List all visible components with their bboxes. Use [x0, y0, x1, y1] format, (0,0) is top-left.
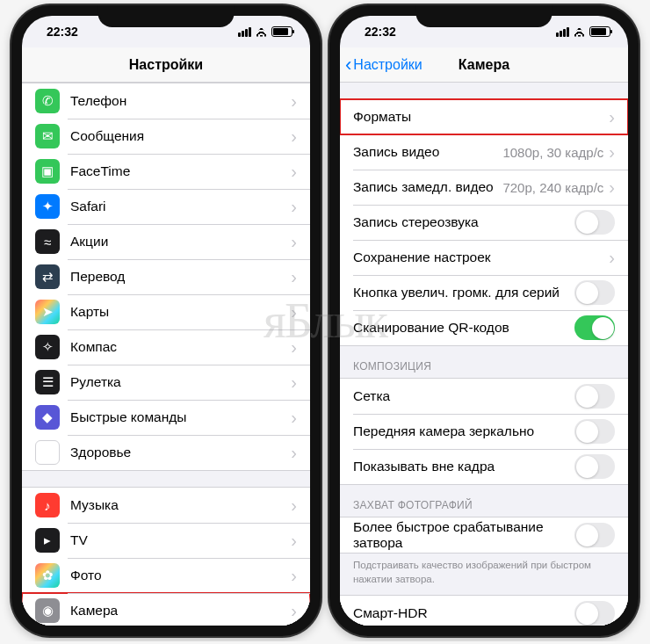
- settings-row-phone-icon[interactable]: ✆Телефон›: [22, 83, 310, 119]
- settings-row-measure-icon[interactable]: ☰Рулетка›: [22, 365, 310, 400]
- status-time: 22:32: [40, 25, 78, 39]
- settings-row-compass-icon[interactable]: ✧Компас›: [22, 329, 310, 365]
- setting-row[interactable]: Сохранение настроек›: [340, 240, 628, 275]
- settings-list[interactable]: ✆Телефон›✉Сообщения›▣FaceTime›✦Safari›≈А…: [22, 83, 310, 626]
- toggle-switch[interactable]: [574, 315, 615, 340]
- toggle-switch[interactable]: [574, 280, 615, 305]
- screen-right: 22:32 ‹ Настройки Камера Форматы›Запись …: [340, 16, 628, 626]
- settings-group-1: ✆Телефон›✉Сообщения›▣FaceTime›✦Safari›≈А…: [22, 83, 310, 471]
- chevron-right-icon: ›: [291, 233, 297, 250]
- setting-row[interactable]: Передняя камера зеркально: [340, 414, 628, 449]
- photos-icon: ✿: [35, 563, 60, 588]
- setting-row[interactable]: Показывать вне кадра: [340, 449, 628, 484]
- settings-row-health-icon[interactable]: ♥Здоровье›: [22, 435, 310, 470]
- camera-group-composition: СеткаПередняя камера зеркальноПоказывать…: [340, 378, 628, 485]
- camera-settings-list[interactable]: Форматы›Запись видео1080p, 30 кадр/с›Зап…: [340, 83, 628, 626]
- phone-frame-left: 22:32 Настройки ✆Телефон›✉Сообщения›▣Fac…: [11, 5, 321, 636]
- safari-icon: ✦: [35, 194, 60, 219]
- toggle-switch[interactable]: [574, 523, 615, 547]
- toggle-switch[interactable]: [574, 601, 615, 626]
- setting-row[interactable]: Сканирование QR-кодов: [340, 310, 628, 345]
- row-label: Карты: [70, 304, 291, 320]
- chevron-right-icon: ›: [291, 532, 297, 549]
- health-icon: ♥: [35, 440, 60, 465]
- chevron-right-icon: ›: [291, 338, 297, 356]
- settings-row-stocks-icon[interactable]: ≈Акции›: [22, 224, 310, 259]
- setting-row[interactable]: Смарт-HDR: [340, 596, 628, 626]
- row-detail: 1080p, 30 кадр/с: [502, 145, 603, 160]
- back-button[interactable]: ‹ Настройки: [345, 55, 422, 75]
- toggle-switch[interactable]: [574, 454, 615, 479]
- chevron-left-icon: ‹: [345, 55, 351, 75]
- compass-icon: ✧: [35, 335, 60, 359]
- cellular-icon: [556, 27, 569, 37]
- chevron-right-icon: ›: [291, 567, 297, 584]
- translate-icon: ⇄: [35, 264, 60, 289]
- settings-group-2: ♪Музыка›▸TV›✿Фото›◉Камера›▥Книги›●Game C…: [22, 487, 310, 626]
- cellular-icon: [238, 27, 251, 37]
- row-label: Запись видео: [353, 144, 502, 160]
- page-title: Камера: [459, 57, 509, 73]
- messages-icon: ✉: [35, 124, 60, 148]
- row-label: Форматы: [353, 109, 609, 125]
- row-label: Фото: [70, 568, 291, 583]
- toggle-switch[interactable]: [574, 384, 615, 409]
- settings-row-tv-icon[interactable]: ▸TV›: [22, 523, 310, 558]
- chevron-right-icon: ›: [291, 127, 297, 145]
- chevron-right-icon: ›: [291, 444, 297, 461]
- settings-row-translate-icon[interactable]: ⇄Перевод›: [22, 259, 310, 294]
- settings-row-messages-icon[interactable]: ✉Сообщения›: [22, 119, 310, 154]
- settings-row-photos-icon[interactable]: ✿Фото›: [22, 558, 310, 593]
- camera-group-main: Форматы›Запись видео1080p, 30 кадр/с›Зап…: [340, 98, 628, 346]
- setting-row[interactable]: Запись стереозвука: [340, 205, 628, 240]
- nav-header: Настройки: [22, 47, 310, 83]
- toggle-switch[interactable]: [574, 210, 615, 235]
- phone-frame-right: 22:32 ‹ Настройки Камера Форматы›Запись …: [329, 5, 639, 636]
- settings-row-camera-icon[interactable]: ◉Камера›: [22, 593, 310, 626]
- row-label: Сетка: [353, 388, 574, 404]
- row-label: Передняя камера зеркально: [353, 423, 574, 439]
- setting-row[interactable]: Кнопка увелич. громк. для серий: [340, 275, 628, 310]
- row-label: TV: [70, 532, 291, 548]
- settings-row-facetime-icon[interactable]: ▣FaceTime›: [22, 154, 310, 189]
- wifi-icon: [573, 27, 586, 37]
- camera-icon: ◉: [35, 598, 60, 623]
- setting-row[interactable]: Более быстрое срабатывание затвора: [340, 517, 628, 553]
- camera-group-capture: Более быстрое срабатывание затвора: [340, 517, 628, 554]
- setting-row[interactable]: Сетка: [340, 379, 628, 414]
- status-indicators: [556, 26, 610, 37]
- chevron-right-icon: ›: [291, 373, 297, 391]
- phone-icon: ✆: [35, 89, 60, 113]
- chevron-right-icon: ›: [291, 268, 297, 286]
- row-label: Камера: [70, 603, 291, 619]
- settings-row-maps-icon[interactable]: ➤Карты›: [22, 294, 310, 329]
- status-indicators: [238, 26, 292, 37]
- toggle-switch[interactable]: [574, 419, 615, 444]
- section-header-composition: КОМПОЗИЦИЯ: [340, 346, 628, 378]
- row-detail: 720p, 240 кадр/с: [502, 180, 603, 195]
- row-label: Сканирование QR-кодов: [353, 320, 574, 336]
- chevron-right-icon: ›: [291, 409, 297, 426]
- battery-icon: [589, 26, 610, 37]
- nav-header: ‹ Настройки Камера: [340, 47, 628, 83]
- camera-group-hdr: Смарт-HDR: [340, 595, 628, 626]
- settings-row-shortcuts-icon[interactable]: ◆Быстрые команды›: [22, 400, 310, 435]
- row-label: Здоровье: [70, 445, 291, 460]
- chevron-right-icon: ›: [291, 602, 297, 619]
- setting-row[interactable]: Форматы›: [340, 99, 628, 134]
- row-label: Акции: [70, 234, 291, 250]
- row-label: Safari: [70, 199, 291, 214]
- chevron-right-icon: ›: [609, 143, 615, 161]
- setting-row[interactable]: Запись замедл. видео720p, 240 кадр/с›: [340, 170, 628, 205]
- row-label: Быстрые команды: [70, 409, 291, 425]
- shortcuts-icon: ◆: [35, 405, 60, 430]
- settings-row-music-icon[interactable]: ♪Музыка›: [22, 488, 310, 523]
- row-label: Музыка: [70, 497, 291, 513]
- battery-icon: [271, 26, 292, 37]
- notch: [98, 5, 235, 27]
- row-label: Кнопка увелич. громк. для серий: [353, 285, 574, 300]
- setting-row[interactable]: Запись видео1080p, 30 кадр/с›: [340, 134, 628, 170]
- row-label: Запись замедл. видео: [353, 179, 502, 195]
- row-label: Сохранение настроек: [353, 250, 609, 265]
- settings-row-safari-icon[interactable]: ✦Safari›: [22, 189, 310, 224]
